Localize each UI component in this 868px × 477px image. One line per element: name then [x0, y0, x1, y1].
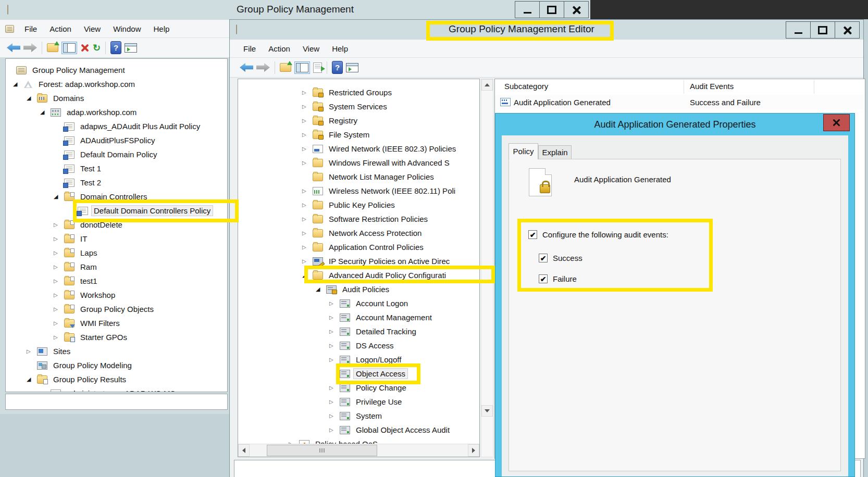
tree-item-group-policy-modeling[interactable]: Group Policy Modeling — [6, 358, 227, 372]
menu-item-file[interactable]: File — [18, 22, 43, 35]
tree-item-restricted-groups[interactable]: ▷Restricted Groups — [238, 85, 479, 99]
expander-icon[interactable]: ▷ — [329, 357, 340, 362]
tree-item-wireless-network-ieee-802-11-poli[interactable]: ▷Wireless Network (IEEE 802.11) Poli — [238, 184, 479, 198]
tree-item-ip-security-policies-on-active-direc[interactable]: ▷IP Security Policies on Active Direc — [238, 254, 479, 268]
tree-item-audit-policies[interactable]: ◢Audit Policies — [238, 282, 479, 296]
tree-item-network-access-protection[interactable]: ▷Network Access Protection — [238, 226, 479, 240]
expander-icon[interactable]: ▷ — [329, 301, 340, 306]
scroll-up-button[interactable] — [481, 79, 493, 91]
horizontal-scroll-thumb[interactable] — [267, 445, 377, 456]
tree-item-domains[interactable]: ◢Domains — [6, 91, 227, 105]
tree-item-registry[interactable]: ▷Registry — [238, 114, 479, 128]
tree-item-wmi-filters[interactable]: ▷WMI Filters — [6, 316, 227, 330]
column-subcategory[interactable]: Subcategory — [504, 82, 548, 91]
expander-icon[interactable]: ▷ — [302, 231, 313, 236]
expander-icon[interactable]: ◢ — [316, 286, 326, 292]
menu-item-window[interactable]: Window — [107, 22, 147, 35]
show-action-pane-button[interactable] — [346, 63, 358, 72]
expander-icon[interactable]: ▷ — [54, 236, 64, 242]
expander-icon[interactable]: ▷ — [329, 428, 340, 433]
tree-item-policy-change[interactable]: ▷Policy Change — [238, 381, 479, 395]
column-divider[interactable] — [684, 80, 684, 94]
tree-item-test-2[interactable]: Test 2 — [6, 175, 227, 190]
show-action-pane-button[interactable] — [125, 43, 137, 53]
tree-item-object-access[interactable]: Object Access — [238, 367, 479, 381]
tree-item-global-object-access-audit[interactable]: ▷Global Object Access Audit — [238, 423, 479, 437]
expander-icon[interactable]: ▷ — [54, 321, 64, 326]
expander-icon[interactable]: ◢ — [13, 81, 23, 87]
tree-item-wired-network-ieee-802-3-policies[interactable]: ▷Wired Network (IEEE 802.3) Policies — [238, 142, 479, 156]
menu-item-action[interactable]: Action — [262, 42, 296, 55]
export-list-button[interactable] — [313, 62, 322, 73]
checkbox[interactable]: ✔ — [528, 230, 537, 239]
expander-icon[interactable]: ▷ — [54, 279, 64, 284]
expander-icon[interactable]: ◢ — [27, 95, 37, 101]
show-console-tree-button[interactable] — [61, 42, 77, 54]
tree-item-network-list-manager-policies[interactable]: Network List Manager Policies — [238, 170, 479, 184]
menu-item-view[interactable]: View — [78, 22, 107, 35]
tree-item-windows-firewall-with-advanced-s[interactable]: ▷Windows Firewall with Advanced S — [238, 156, 479, 170]
back-button[interactable] — [240, 63, 253, 72]
forward-button[interactable] — [23, 43, 37, 52]
expander-icon[interactable]: ▷ — [302, 146, 313, 152]
expander-icon[interactable]: ▷ — [302, 160, 313, 166]
tree-item-forest-adap-workshop-com[interactable]: ◢Forest: adap.workshop.com — [6, 77, 227, 91]
back-button[interactable] — [7, 43, 20, 52]
expander-icon[interactable]: ▷ — [54, 293, 64, 298]
scroll-left-button[interactable] — [238, 444, 250, 457]
expander-icon[interactable]: ◢ — [302, 272, 313, 278]
expander-icon[interactable]: ▷ — [54, 222, 64, 228]
up-one-level-button[interactable] — [280, 63, 291, 72]
horizontal-scrollbar[interactable] — [238, 444, 479, 457]
tree-item-workshop[interactable]: ▷Workshop — [6, 288, 227, 302]
expander-icon[interactable]: ▷ — [54, 265, 64, 270]
expander-icon[interactable]: ▷ — [302, 132, 313, 137]
maximize-button[interactable] — [810, 21, 835, 39]
menu-item-file[interactable]: File — [237, 42, 262, 55]
close-button[interactable] — [835, 21, 860, 39]
tree-item-adauditplusfspolicy[interactable]: ADAuditPlusFSPolicy — [6, 133, 227, 147]
results-row[interactable]: Audit Application Generated Success and … — [495, 95, 865, 109]
refresh-button[interactable]: ↻ — [93, 43, 101, 53]
column-divider[interactable] — [814, 80, 814, 94]
expander-icon[interactable]: ▷ — [329, 329, 340, 334]
expander-icon[interactable]: ▷ — [302, 104, 313, 109]
tree-item-system-services[interactable]: ▷System Services — [238, 99, 479, 114]
expander-icon[interactable]: ▷ — [329, 399, 340, 405]
tree-item-detailed-tracking[interactable]: ▷Detailed Tracking — [238, 324, 479, 338]
expander-icon[interactable]: ▷ — [302, 245, 313, 250]
menu-item-help[interactable]: Help — [326, 42, 354, 55]
expander-icon[interactable]: ▷ — [302, 118, 313, 123]
help-button[interactable]: ? — [332, 61, 343, 74]
expander-icon[interactable]: ▷ — [54, 307, 64, 312]
expander-icon[interactable]: ▷ — [302, 189, 313, 194]
tree-item-domain-controllers[interactable]: ◢Domain Controllers — [6, 190, 227, 204]
expander-icon[interactable]: ◢ — [27, 376, 37, 382]
checkbox[interactable]: ✔ — [539, 274, 548, 283]
tree-item-group-policy-results[interactable]: ◢Group Policy Results — [6, 372, 227, 386]
expander-icon[interactable]: ▷ — [302, 259, 313, 264]
tree-item-logon-logoff[interactable]: ▷Logon/Logoff — [238, 353, 479, 367]
tree-item-advanced-audit-policy-configurati[interactable]: ◢Advanced Audit Policy Configurati — [238, 268, 479, 282]
column-audit-events[interactable]: Audit Events — [690, 82, 734, 91]
tree-item-group-policy-management[interactable]: Group Policy Management — [6, 63, 227, 77]
menu-item-action[interactable]: Action — [43, 22, 78, 35]
minimize-button[interactable] — [786, 21, 811, 39]
tree-item-adapws-adaudit-plus-audit-policy[interactable]: adapws_ADAudit Plus Audit Policy — [6, 119, 227, 133]
tree-item-system[interactable]: ▷System — [238, 409, 479, 423]
expander-icon[interactable]: ▷ — [302, 217, 313, 222]
help-button[interactable]: ? — [110, 41, 121, 54]
tree-item-laps[interactable]: ▷Laps — [6, 246, 227, 260]
menu-item-help[interactable]: Help — [147, 22, 176, 35]
tab-policy[interactable]: Policy — [509, 143, 538, 159]
tree-item-account-management[interactable]: ▷Account Management — [238, 310, 479, 324]
tree-item-file-system[interactable]: ▷File System — [238, 128, 479, 142]
menu-item-view[interactable]: View — [296, 42, 326, 55]
scroll-down-button[interactable] — [481, 405, 493, 417]
tree-item-account-logon[interactable]: ▷Account Logon — [238, 296, 479, 310]
vertical-scrollbar[interactable] — [481, 79, 493, 457]
tab-explain[interactable]: Explain — [538, 145, 572, 159]
expander-icon[interactable]: ▷ — [329, 343, 340, 348]
tree-item-administrator-on-adap-ws-ms[interactable]: administrator on ADAP-WS-MS — [6, 386, 227, 392]
expander-icon[interactable]: ▷ — [54, 250, 64, 256]
